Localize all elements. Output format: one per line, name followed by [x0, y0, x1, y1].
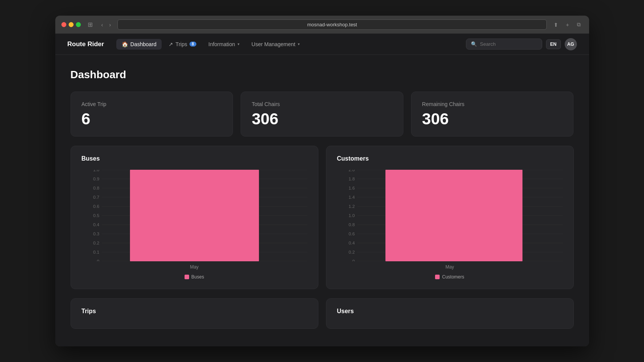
charts-row: Buses — [71, 146, 574, 289]
stats-row: Active Trip 6 Total Chairs 306 Remaining… — [71, 92, 574, 137]
buses-chart-svg: 1.0 0.9 0.8 0.7 0.6 0.5 0.4 0.3 0.2 0.1 — [82, 170, 307, 261]
browser-chrome: ⊞ ‹ › mosnad-workshop.test ⬆ + ⧉ — [55, 16, 589, 34]
stat-value-total-chairs: 306 — [252, 111, 392, 127]
customers-chart-svg: 2.0 1.8 1.6 1.4 1.2 1.0 0.8 0.6 0.4 0.2 — [337, 170, 563, 261]
svg-text:0.2: 0.2 — [93, 241, 99, 245]
buses-chart-card: Buses — [71, 146, 318, 289]
customers-month-label: May — [337, 264, 563, 270]
stat-card-total-chairs: Total Chairs 306 — [241, 92, 403, 137]
svg-text:0.3: 0.3 — [93, 232, 99, 236]
traffic-light-red[interactable] — [61, 22, 66, 27]
svg-text:0.6: 0.6 — [93, 204, 99, 209]
svg-text:1.0: 1.0 — [93, 170, 99, 172]
svg-text:1.2: 1.2 — [348, 204, 355, 209]
svg-text:0.9: 0.9 — [93, 177, 99, 181]
browser-controls: ‹ › — [100, 21, 113, 29]
nav-item-trips[interactable]: ↗ Trips 8 — [163, 39, 201, 50]
svg-text:0: 0 — [352, 259, 355, 261]
fullscreen-button[interactable]: ⧉ — [575, 21, 583, 29]
nav-label-trips: Trips — [175, 41, 187, 47]
svg-text:0.6: 0.6 — [348, 232, 355, 236]
stat-label-remaining-chairs: Remaining Chairs — [422, 101, 563, 107]
search-input[interactable] — [480, 41, 537, 47]
browser-window: ⊞ ‹ › mosnad-workshop.test ⬆ + ⧉ Route R… — [55, 16, 589, 346]
svg-rect-22 — [130, 170, 259, 261]
customers-chart-title: Customers — [337, 155, 563, 162]
user-management-dropdown-icon: ▾ — [298, 42, 300, 46]
svg-text:0.8: 0.8 — [93, 186, 99, 190]
svg-text:0.4: 0.4 — [93, 222, 99, 227]
nav-items: 🏠 Dashboard ↗ Trips 8 Information ▾ User… — [116, 39, 457, 50]
avatar-button[interactable]: AG — [565, 38, 577, 50]
page-title: Dashboard — [71, 69, 574, 81]
stat-label-active-trip: Active Trip — [82, 101, 222, 107]
browser-actions: ⬆ + ⧉ — [551, 21, 583, 29]
buses-legend-label: Buses — [191, 274, 204, 280]
forward-button[interactable]: › — [107, 21, 113, 29]
svg-text:0.2: 0.2 — [348, 250, 355, 254]
customers-chart-legend: Customers — [337, 274, 563, 280]
svg-text:0.1: 0.1 — [93, 250, 99, 254]
buses-chart-wrapper: 1.0 0.9 0.8 0.7 0.6 0.5 0.4 0.3 0.2 0.1 — [82, 170, 307, 280]
svg-text:2.0: 2.0 — [348, 170, 355, 172]
stat-label-total-chairs: Total Chairs — [252, 101, 392, 107]
svg-text:0.5: 0.5 — [93, 213, 99, 218]
nav-item-user-management[interactable]: User Management ▾ — [246, 39, 305, 50]
nav-label-user-management: User Management — [252, 41, 296, 47]
information-dropdown-icon: ▾ — [238, 42, 239, 46]
stat-value-remaining-chairs: 306 — [422, 111, 563, 127]
customers-chart-wrapper: 2.0 1.8 1.6 1.4 1.2 1.0 0.8 0.6 0.4 0.2 — [337, 170, 563, 280]
svg-text:1.8: 1.8 — [348, 177, 355, 181]
app-container: Route Rider 🏠 Dashboard ↗ Trips 8 Inform… — [55, 34, 589, 346]
svg-text:0.4: 0.4 — [348, 241, 355, 245]
svg-text:1.6: 1.6 — [348, 186, 355, 190]
nav-label-dashboard: Dashboard — [130, 41, 157, 47]
traffic-lights — [61, 22, 81, 27]
search-box: 🔍 — [466, 39, 542, 50]
language-button[interactable]: EN — [546, 39, 561, 49]
stat-value-active-trip: 6 — [82, 111, 222, 127]
svg-rect-45 — [385, 170, 522, 261]
customers-legend-dot — [435, 275, 440, 279]
stat-card-active-trip: Active Trip 6 — [71, 92, 233, 137]
users-bottom-card: Users — [326, 298, 574, 329]
buses-month-label: May — [82, 264, 307, 270]
nav-item-dashboard[interactable]: 🏠 Dashboard — [116, 39, 162, 50]
url-bar[interactable]: mosnad-workshop.test — [117, 19, 547, 30]
trips-icon: ↗ — [169, 41, 173, 47]
navbar-right: 🔍 EN AG — [466, 38, 577, 50]
traffic-light-green[interactable] — [76, 22, 81, 27]
buses-legend-dot — [185, 275, 189, 279]
customers-chart-area: 2.0 1.8 1.6 1.4 1.2 1.0 0.8 0.6 0.4 0.2 — [337, 170, 563, 261]
nav-item-information[interactable]: Information ▾ — [203, 39, 245, 50]
trips-badge: 8 — [190, 42, 196, 47]
buses-chart-title: Buses — [82, 155, 307, 162]
users-card-title: Users — [337, 308, 563, 315]
sidebar-toggle-button[interactable]: ⊞ — [85, 20, 95, 29]
trips-card-title: Trips — [82, 308, 307, 315]
back-button[interactable]: ‹ — [100, 21, 105, 29]
stat-card-remaining-chairs: Remaining Chairs 306 — [411, 92, 574, 137]
svg-text:0.8: 0.8 — [348, 222, 355, 227]
traffic-light-yellow[interactable] — [69, 22, 74, 27]
main-content: Dashboard Active Trip 6 Total Chairs 306… — [55, 55, 589, 343]
navbar: Route Rider 🏠 Dashboard ↗ Trips 8 Inform… — [55, 34, 589, 55]
brand-logo: Route Rider — [67, 40, 104, 48]
search-icon: 🔍 — [471, 41, 477, 47]
buses-chart-area: 1.0 0.9 0.8 0.7 0.6 0.5 0.4 0.3 0.2 0.1 — [82, 170, 307, 261]
svg-text:0.7: 0.7 — [93, 195, 99, 200]
svg-text:1.4: 1.4 — [348, 195, 355, 200]
svg-text:1.0: 1.0 — [348, 213, 355, 218]
buses-chart-legend: Buses — [82, 274, 307, 280]
nav-label-information: Information — [209, 41, 235, 47]
bottom-row: Trips Users — [71, 298, 574, 329]
trips-bottom-card: Trips — [71, 298, 318, 329]
customers-chart-card: Customers — [326, 146, 574, 289]
home-icon: 🏠 — [122, 41, 128, 47]
customers-legend-label: Customers — [442, 274, 464, 280]
share-button[interactable]: ⬆ — [551, 21, 560, 29]
svg-text:0: 0 — [97, 259, 99, 261]
new-tab-button[interactable]: + — [564, 21, 571, 29]
